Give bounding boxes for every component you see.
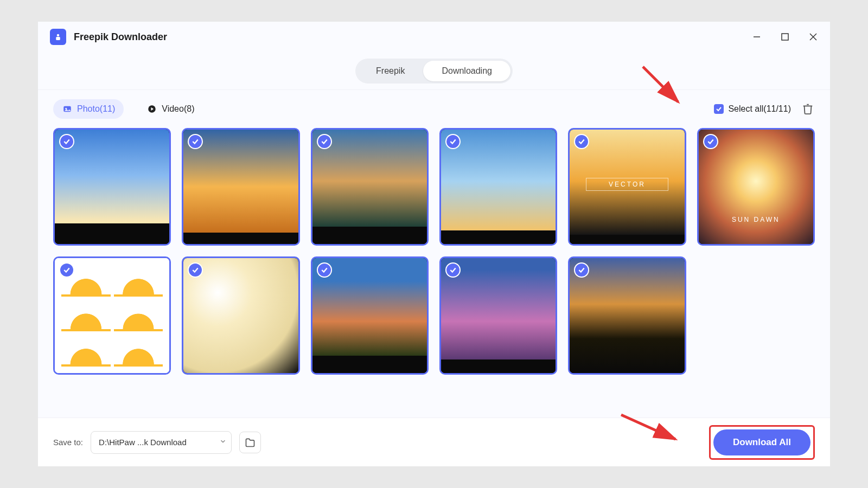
filter-photo-chip[interactable]: Photo(11) bbox=[53, 99, 124, 119]
annotation-highlight: Download All bbox=[709, 425, 815, 460]
thumbnail-item[interactable] bbox=[697, 128, 815, 246]
svg-rect-1 bbox=[56, 37, 60, 40]
minimize-button[interactable] bbox=[752, 32, 762, 42]
open-folder-button[interactable] bbox=[239, 432, 261, 453]
maximize-button[interactable] bbox=[780, 32, 790, 42]
filter-video-label: Video(8) bbox=[162, 104, 194, 114]
thumbnail-item[interactable] bbox=[311, 128, 429, 246]
thumbnail-item[interactable] bbox=[439, 128, 557, 246]
filter-video-chip[interactable]: Video(8) bbox=[138, 99, 203, 119]
select-all-label: Select all(11/11) bbox=[728, 104, 791, 114]
app-logo-icon bbox=[50, 29, 66, 45]
check-icon bbox=[703, 134, 718, 149]
check-icon bbox=[317, 134, 332, 149]
filter-bar: Photo(11) Video(8) Select all(11/11) bbox=[38, 90, 830, 128]
checkbox-icon bbox=[714, 104, 724, 114]
svg-point-0 bbox=[57, 34, 60, 37]
footer: Save to: D:\HitPaw ...k Download Downloa… bbox=[38, 418, 830, 466]
thumbnail-item[interactable] bbox=[568, 256, 686, 374]
save-to-label: Save to: bbox=[53, 438, 83, 447]
download-all-button[interactable]: Download All bbox=[713, 429, 810, 455]
trash-button[interactable] bbox=[801, 102, 815, 116]
save-path-value: D:\HitPaw ...k Download bbox=[99, 438, 187, 447]
app-title: Freepik Downloader bbox=[74, 31, 167, 43]
tab-downloading[interactable]: Downloading bbox=[423, 61, 510, 81]
filter-photo-label: Photo(11) bbox=[77, 104, 115, 114]
chevron-down-icon bbox=[219, 438, 227, 447]
video-icon bbox=[146, 104, 157, 114]
thumbnail-item[interactable] bbox=[568, 128, 686, 246]
thumbnail-item[interactable] bbox=[53, 256, 171, 374]
main-tab-switch: Freepik Downloading bbox=[355, 59, 513, 84]
svg-rect-3 bbox=[782, 34, 788, 40]
thumbnail-item[interactable] bbox=[439, 256, 557, 374]
photo-icon bbox=[62, 104, 73, 114]
thumbnail-grid bbox=[53, 128, 815, 375]
top-nav: Freepik Downloading bbox=[38, 52, 830, 90]
select-all-toggle[interactable]: Select all(11/11) bbox=[714, 104, 791, 114]
tab-freepik[interactable]: Freepik bbox=[358, 61, 423, 81]
thumbnail-item[interactable] bbox=[182, 128, 299, 246]
titlebar: Freepik Downloader bbox=[38, 22, 830, 52]
check-icon bbox=[317, 262, 332, 278]
thumbnail-item[interactable] bbox=[311, 256, 429, 374]
thumbnail-item[interactable] bbox=[53, 128, 171, 246]
save-path-dropdown[interactable]: D:\HitPaw ...k Download bbox=[91, 431, 232, 454]
check-icon bbox=[59, 134, 74, 149]
close-button[interactable] bbox=[808, 32, 818, 42]
check-icon bbox=[445, 134, 461, 149]
thumbnail-item[interactable] bbox=[182, 256, 299, 374]
